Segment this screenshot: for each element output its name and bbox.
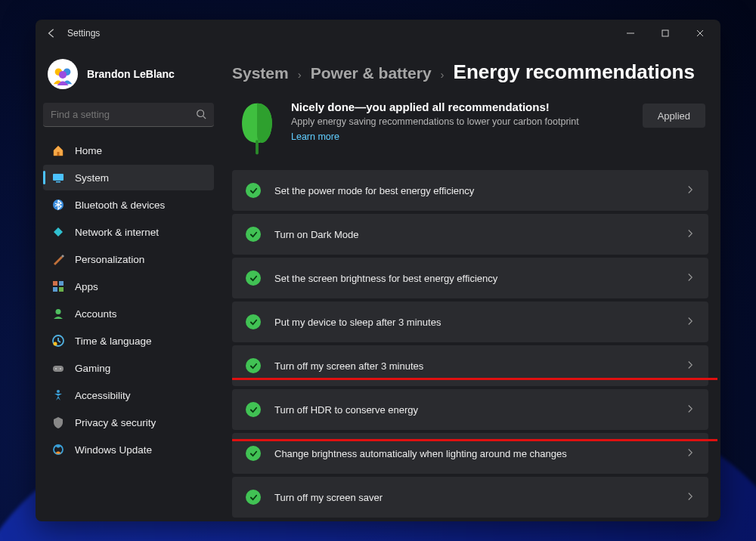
recommendation-item[interactable]: Set the screen brightness for best energ… xyxy=(232,258,708,298)
search-icon xyxy=(196,109,206,122)
home-icon xyxy=(52,144,64,156)
recommendation-item[interactable]: Change brightness automatically when lig… xyxy=(232,433,708,474)
sidebar-item-gaming[interactable]: Gaming xyxy=(43,355,214,381)
user-profile[interactable]: Brandon LeBlanc xyxy=(43,51,214,103)
hero-title: Nicely done—you applied all recommendati… xyxy=(291,100,631,113)
recommendation-label: Change brightness automatically when lig… xyxy=(261,448,686,459)
sidebar-item-label: Bluetooth & devices xyxy=(75,199,165,211)
chevron-right-icon xyxy=(686,359,695,373)
svg-point-21 xyxy=(55,368,57,369)
svg-point-6 xyxy=(59,71,67,79)
sidebar-item-system[interactable]: System xyxy=(43,165,214,190)
check-icon xyxy=(246,314,261,329)
recommendation-label: Turn off my screen after 3 minutes xyxy=(261,360,686,372)
svg-rect-14 xyxy=(59,281,64,286)
applied-button[interactable]: Applied xyxy=(643,104,705,128)
chevron-right-icon xyxy=(686,447,695,460)
chevron-right-icon xyxy=(686,271,695,285)
recommendation-label: Turn off HDR to conserve energy xyxy=(261,404,686,416)
recommendation-label: Turn on Dark Mode xyxy=(261,229,686,240)
recommendation-item[interactable]: Turn off my screen saver xyxy=(232,477,708,518)
breadcrumb-system[interactable]: System xyxy=(232,64,289,82)
svg-line-8 xyxy=(203,116,206,119)
sidebar-item-update[interactable]: Windows Update xyxy=(43,437,214,462)
chevron-right-icon: › xyxy=(298,68,302,81)
svg-rect-13 xyxy=(53,281,57,286)
svg-rect-20 xyxy=(53,366,64,372)
check-icon xyxy=(246,446,261,461)
chevron-right-icon: › xyxy=(441,68,445,81)
svg-rect-15 xyxy=(53,287,57,292)
sidebar-item-personalization[interactable]: Personalization xyxy=(43,246,214,272)
minimize-button[interactable] xyxy=(613,20,648,47)
sidebar-item-accessibility[interactable]: Accessibility xyxy=(43,382,214,408)
sidebar-item-time[interactable]: Time & language xyxy=(43,328,214,354)
chevron-right-icon xyxy=(686,184,695,197)
check-icon xyxy=(246,358,261,373)
sidebar-item-label: System xyxy=(75,172,109,184)
page-title: Energy recommendations xyxy=(454,60,695,84)
recommendation-item[interactable]: Turn off HDR to conserve energy xyxy=(232,389,708,430)
sidebar-item-label: Accessibility xyxy=(75,390,131,401)
sidebar-item-privacy[interactable]: Privacy & security xyxy=(43,410,214,435)
search-input[interactable] xyxy=(43,103,214,127)
network-icon xyxy=(52,226,64,238)
svg-point-22 xyxy=(60,368,61,369)
svg-rect-25 xyxy=(256,140,259,154)
svg-rect-11 xyxy=(56,181,60,183)
sidebar-item-label: Gaming xyxy=(75,363,110,374)
maximize-button[interactable] xyxy=(648,20,683,47)
sidebar: Brandon LeBlanc HomeSystemBluetooth & de… xyxy=(36,47,222,521)
sidebar-item-label: Apps xyxy=(75,281,98,292)
recommendation-item[interactable]: Set the power mode for best energy effic… xyxy=(232,170,708,211)
update-icon xyxy=(52,444,64,456)
sidebar-item-label: Personalization xyxy=(75,254,144,265)
settings-window: Settings Brandon LeBlanc HomeSystemBluet… xyxy=(36,20,720,521)
recommendation-label: Set the screen brightness for best energ… xyxy=(261,273,686,284)
window-title: Settings xyxy=(64,28,100,39)
sidebar-item-label: Network & internet xyxy=(75,227,159,238)
recommendation-label: Turn off my screen saver xyxy=(261,492,686,503)
close-button[interactable] xyxy=(683,20,717,47)
gaming-icon xyxy=(52,362,64,374)
svg-point-19 xyxy=(54,342,57,346)
check-icon xyxy=(246,183,261,198)
user-name: Brandon LeBlanc xyxy=(87,68,175,80)
apps-icon xyxy=(52,280,64,292)
learn-more-link[interactable]: Learn more xyxy=(291,131,631,142)
check-icon xyxy=(246,402,261,417)
chevron-right-icon xyxy=(686,227,695,241)
accessibility-icon xyxy=(52,389,64,401)
chevron-right-icon xyxy=(686,403,695,416)
svg-rect-1 xyxy=(662,30,668,36)
sidebar-item-home[interactable]: Home xyxy=(43,138,214,163)
avatar xyxy=(48,59,78,89)
check-icon xyxy=(246,270,261,286)
sidebar-item-label: Accounts xyxy=(75,308,117,320)
recommendation-item[interactable]: Turn off my screen after 3 minutes xyxy=(232,345,708,386)
svg-rect-9 xyxy=(57,152,60,156)
hero-subtitle: Apply energy saving recommendations to l… xyxy=(291,116,631,127)
svg-point-17 xyxy=(56,309,61,314)
titlebar: Settings xyxy=(36,20,720,47)
sidebar-item-apps[interactable]: Apps xyxy=(43,274,214,299)
back-button[interactable] xyxy=(39,20,64,47)
bluetooth-icon xyxy=(52,199,64,211)
recommendation-item[interactable]: Put my device to sleep after 3 minutes xyxy=(232,301,708,342)
sidebar-item-label: Home xyxy=(75,145,102,156)
recommendation-label: Put my device to sleep after 3 minutes xyxy=(261,317,686,328)
accounts-icon xyxy=(52,308,64,320)
check-icon xyxy=(246,227,261,242)
sidebar-item-bluetooth[interactable]: Bluetooth & devices xyxy=(43,192,214,218)
sidebar-item-network[interactable]: Network & internet xyxy=(43,219,214,245)
recommendation-item[interactable]: Turn on Dark Mode xyxy=(232,214,708,255)
breadcrumb-power[interactable]: Power & battery xyxy=(311,64,432,82)
main-content: System › Power & battery › Energy recomm… xyxy=(222,47,720,521)
sidebar-item-accounts[interactable]: Accounts xyxy=(43,301,214,326)
chevron-right-icon xyxy=(686,315,695,329)
system-icon xyxy=(52,172,64,184)
hero-card: Nicely done—you applied all recommendati… xyxy=(232,94,708,170)
recommendation-list: Set the power mode for best energy effic… xyxy=(232,170,708,518)
leaf-icon xyxy=(235,100,279,155)
breadcrumb: System › Power & battery › Energy recomm… xyxy=(232,47,717,94)
